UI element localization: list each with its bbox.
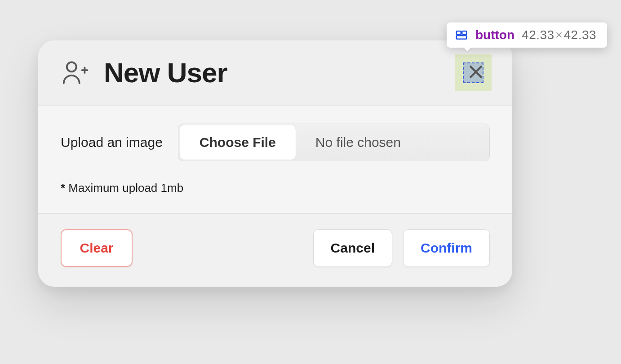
dialog-title: New User <box>104 57 227 89</box>
upload-row: Upload an image Choose File No file chos… <box>61 124 490 161</box>
new-user-dialog: New User Upload an image Choose File No … <box>38 40 512 287</box>
devtools-dimensions: 42.33×42.33 <box>522 28 596 42</box>
svg-rect-6 <box>462 31 466 35</box>
confirm-button[interactable]: Confirm <box>403 229 490 267</box>
tooltip-arrow-icon <box>463 47 472 51</box>
clear-button[interactable]: Clear <box>61 229 133 267</box>
choose-file-button[interactable]: Choose File <box>180 125 296 160</box>
svg-rect-7 <box>457 36 467 39</box>
cancel-button[interactable]: Cancel <box>313 229 392 267</box>
svg-rect-5 <box>457 31 461 35</box>
svg-point-0 <box>67 62 76 71</box>
close-icon <box>467 63 485 82</box>
devtools-tooltip: button 42.33×42.33 <box>447 22 607 48</box>
dialog-body: Upload an image Choose File No file chos… <box>38 106 512 214</box>
dialog-header: New User <box>38 40 512 106</box>
file-status-text: No file chosen <box>297 124 419 161</box>
close-button[interactable] <box>466 63 485 82</box>
devtools-element-icon <box>455 28 468 42</box>
upload-label: Upload an image <box>61 135 163 150</box>
hint-text: Maximum upload 1mb <box>65 181 183 195</box>
devtools-width: 42.33 <box>522 28 554 42</box>
devtools-height: 42.33 <box>564 28 597 42</box>
hint-asterisk: * <box>61 181 65 195</box>
devtools-element-name: button <box>475 28 515 42</box>
dialog-footer: Clear Cancel Confirm <box>38 214 512 287</box>
upload-hint: * Maximum upload 1mb <box>61 181 490 195</box>
file-input[interactable]: Choose File No file chosen <box>178 124 490 161</box>
times-icon: × <box>554 28 564 42</box>
add-user-icon <box>60 57 91 89</box>
